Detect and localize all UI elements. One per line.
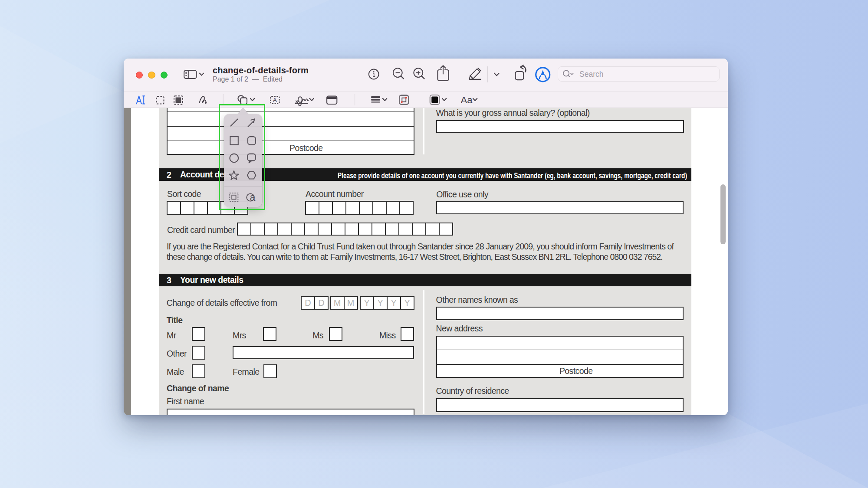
svg-text:Aa: Aa [461,95,473,105]
svg-text:A: A [273,97,277,103]
